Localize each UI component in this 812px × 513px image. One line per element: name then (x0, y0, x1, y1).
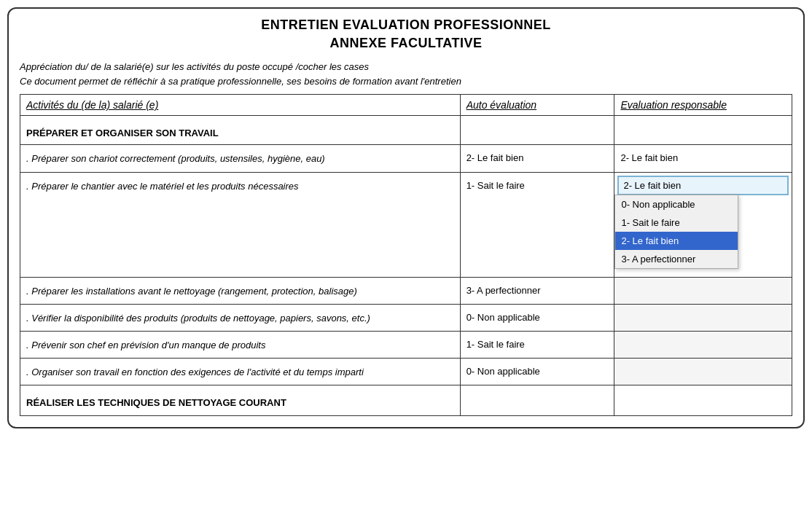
auto-eval-value: 1- Sait le faire (466, 336, 609, 353)
dropdown-menu: 0- Non applicable 1- Sait le faire 2- Le… (614, 195, 738, 269)
eval-resp-cell-dropdown[interactable]: 2- Le fait bien 0- Non applicable 1- Sai… (614, 172, 792, 277)
dropdown-option-0[interactable]: 0- Non applicable (615, 195, 738, 214)
activity-text: . Préparer les installations avant le ne… (26, 285, 454, 298)
eval-resp-cell (614, 359, 792, 385)
header-activities: Activités du (de la) salarié (e) (20, 95, 461, 116)
section1-title: PRÉPARER ET ORGANISER SON TRAVAIL (26, 128, 454, 138)
section2-title-row: RÉALISER LES TECHNIQUES DE NETTOYAGE COU… (20, 385, 792, 416)
auto-eval-cell: 0- Non applicable (460, 304, 614, 331)
main-table: Activités du (de la) salarié (e) Auto év… (20, 94, 792, 416)
activity-text: . Organiser son travail en fonction des … (26, 366, 454, 379)
table-row: . Préparer les installations avant le ne… (20, 277, 792, 304)
activity-cell: . Organiser son travail en fonction des … (20, 359, 461, 385)
auto-eval-cell: 3- A perfectionner (460, 277, 614, 304)
auto-eval-cell: 1- Sait le faire (460, 172, 614, 277)
dropdown-option-3[interactable]: 3- A perfectionner (615, 250, 738, 268)
table-row: . Organiser son travail en fonction des … (20, 359, 792, 385)
activity-text: . Préparer son chariot correctement (pro… (26, 152, 454, 165)
activity-text: . Prévenir son chef en prévision d'un ma… (26, 339, 454, 352)
auto-eval-value: 0- Non applicable (466, 363, 609, 380)
activity-cell: . Préparer le chantier avec le matériel … (20, 172, 461, 277)
eval-resp-cell (614, 277, 792, 304)
page-container: ENTRETIEN EVALUATION PROFESSIONNEL ANNEX… (7, 7, 805, 428)
auto-eval-value: 3- A perfectionner (466, 282, 609, 299)
dropdown-option-1[interactable]: 1- Sait le faire (615, 214, 738, 232)
activity-cell: . Préparer son chariot correctement (pro… (20, 145, 461, 172)
auto-eval-value: 2- Le fait bien (466, 149, 609, 166)
eval-resp-cell (614, 304, 792, 331)
table-row: . Prévenir son chef en prévision d'un ma… (20, 331, 792, 358)
auto-eval-value: 0- Non applicable (466, 309, 609, 326)
section2-title: RÉALISER LES TECHNIQUES DE NETTOYAGE COU… (26, 397, 454, 408)
page-title: ENTRETIEN EVALUATION PROFESSIONNEL ANNEX… (20, 16, 792, 52)
auto-eval-cell: 1- Sait le faire (460, 331, 614, 358)
dropdown-selected-value[interactable]: 2- Le fait bien (617, 176, 789, 195)
activity-text: . Vérifier la disponibilité des produits… (26, 312, 454, 325)
table-row: . Préparer son chariot correctement (pro… (20, 145, 792, 172)
auto-eval-value: 1- Sait le faire (466, 177, 609, 194)
section1-title-row: PRÉPARER ET ORGANISER SON TRAVAIL (20, 116, 792, 145)
activity-cell: . Prévenir son chef en prévision d'un ma… (20, 331, 461, 358)
table-row: . Préparer le chantier avec le matériel … (20, 172, 792, 277)
header-eval-resp: Evaluation responsable (614, 95, 792, 116)
intro-text: Appréciation du/ de la salarié(e) sur le… (20, 60, 792, 88)
activity-text: . Préparer le chantier avec le matériel … (26, 180, 454, 193)
auto-eval-cell: 2- Le fait bien (460, 145, 614, 172)
eval-resp-value: 2- Le fait bien (620, 149, 786, 166)
auto-eval-cell: 0- Non applicable (460, 359, 614, 385)
activity-cell: . Vérifier la disponibilité des produits… (20, 304, 461, 331)
eval-resp-cell: 2- Le fait bien (614, 145, 792, 172)
table-row: . Vérifier la disponibilité des produits… (20, 304, 792, 331)
activity-cell: . Préparer les installations avant le ne… (20, 277, 461, 304)
eval-resp-cell (614, 331, 792, 358)
dropdown-option-2[interactable]: 2- Le fait bien (615, 232, 738, 250)
header-auto-eval: Auto évaluation (460, 95, 614, 116)
